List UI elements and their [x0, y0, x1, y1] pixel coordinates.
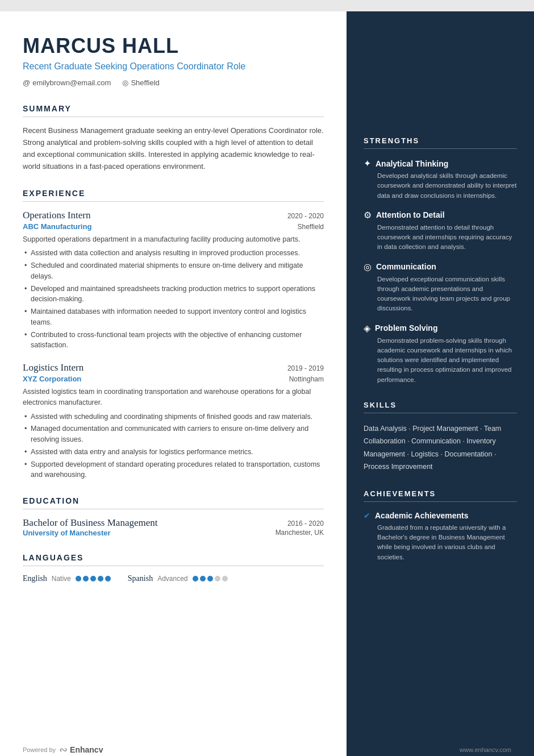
edu-degree: Bachelor of Business Management — [23, 517, 157, 529]
right-column: STRENGTHS ✦ Analytical Thinking Develope… — [347, 11, 534, 756]
strength-3: ◎ Communication Developed exceptional co… — [364, 261, 517, 314]
strengths-title: STRENGTHS — [364, 136, 517, 149]
strength-4-title: Problem Solving — [375, 323, 437, 333]
job-2-header: Logistics Intern 2019 - 2019 — [23, 362, 324, 373]
edu-dates: 2016 - 2020 — [287, 520, 324, 527]
resume-page: MARCUS HALL Recent Graduate Seeking Oper… — [0, 11, 534, 756]
strength-3-title: Communication — [376, 262, 436, 271]
job-1-bullet-4: Maintained databases with information ne… — [23, 306, 324, 328]
analytical-icon: ✦ — [364, 158, 371, 169]
job-2: Logistics Intern 2019 - 2019 XYZ Corpora… — [23, 362, 324, 480]
edu-header: Bachelor of Business Management 2016 - 2… — [23, 517, 324, 529]
job-1-bullet-5: Contributed to cross-functional team pro… — [23, 330, 324, 351]
logo-icon: ∾ — [59, 743, 68, 756]
skills-title: SKILLS — [364, 401, 517, 413]
experience-title: EXPERIENCE — [23, 189, 324, 202]
footer-website: www.enhancv.com — [460, 746, 511, 753]
job-1-header: Operations Intern 2020 - 2020 — [23, 210, 324, 221]
job-2-desc: Assisted logistics team in coordinating … — [23, 387, 324, 408]
summary-title: SUMMARY — [23, 104, 324, 117]
achievement-1: ✔ Academic Achievements Graduated from a… — [364, 511, 517, 562]
experience-section: EXPERIENCE Operations Intern 2020 - 2020… — [23, 189, 324, 481]
strength-4: ◈ Problem Solving Demonstrated problem-s… — [364, 323, 517, 385]
powered-by-text: Powered by — [23, 746, 56, 753]
dot-s-5 — [222, 576, 228, 581]
achievement-1-title-row: ✔ Academic Achievements — [364, 511, 517, 521]
job-2-bullets: Assisted with scheduling and coordinatin… — [23, 412, 324, 481]
strength-1-title: Analytical Thinking — [376, 159, 448, 168]
email-contact: @ emilybrown@email.com — [23, 78, 111, 87]
lang-spanish-level: Advanced — [157, 575, 187, 583]
strength-4-title-row: ◈ Problem Solving — [364, 323, 517, 334]
dot-4 — [98, 576, 103, 581]
left-column: MARCUS HALL Recent Graduate Seeking Oper… — [0, 11, 347, 756]
job-2-location: Nottingham — [289, 375, 324, 383]
lang-spanish-dots — [193, 576, 228, 581]
dot-5 — [105, 576, 111, 581]
achievement-1-title: Academic Achievements — [375, 511, 468, 520]
job-1-company-row: ABC Manufacturing Sheffield — [23, 222, 324, 231]
lang-spanish-name: Spanish — [128, 574, 153, 583]
job-2-bullet-3: Assisted with data entry and analysis fo… — [23, 447, 324, 458]
achievement-check-icon: ✔ — [364, 511, 370, 521]
strength-2: ⚙ Attention to Detail Demonstrated atten… — [364, 210, 517, 252]
location-value: Sheffield — [131, 78, 159, 87]
job-2-bullet-2: Managed documentation and communicated w… — [23, 423, 324, 445]
dot-1 — [76, 576, 81, 581]
job-1-bullet-2: Scheduled and coordinated material shipm… — [23, 260, 324, 282]
education-section: EDUCATION Bachelor of Business Managemen… — [23, 496, 324, 537]
dot-3 — [90, 576, 96, 581]
candidate-name: MARCUS HALL — [23, 34, 324, 58]
skills-list: Data Analysis · Project Management · Tea… — [364, 422, 517, 473]
footer: Powered by ∾ Enhancv www.enhancv.com — [23, 743, 511, 756]
dot-s-4 — [215, 576, 220, 581]
job-2-company-row: XYZ Corporation Nottingham — [23, 375, 324, 383]
edu-school-row: University of Manchester Manchester, UK — [23, 529, 324, 537]
languages-row: English Native Spanish Advanced — [23, 574, 324, 583]
job-1-title: Operations Intern — [23, 210, 90, 221]
problem-solving-icon: ◈ — [364, 323, 370, 334]
strength-4-desc: Demonstrated problem-solving skills thro… — [364, 336, 517, 385]
footer-left: Powered by ∾ Enhancv — [23, 743, 103, 756]
achievements-section: ACHIEVEMENTS ✔ Academic Achievements Gra… — [364, 489, 517, 562]
job-1-dates: 2020 - 2020 — [287, 212, 324, 220]
logo-name: Enhancv — [70, 745, 103, 754]
job-1-desc: Supported operations department in a man… — [23, 234, 324, 245]
lang-spanish: Spanish Advanced — [128, 574, 228, 583]
location-icon: ◎ — [122, 78, 128, 87]
job-1: Operations Intern 2020 - 2020 ABC Manufa… — [23, 210, 324, 351]
job-1-bullet-1: Assisted with data collection and analys… — [23, 248, 324, 259]
job-2-bullet-1: Assisted with scheduling and coordinatin… — [23, 412, 324, 422]
location-contact: ◎ Sheffield — [122, 78, 159, 87]
lang-english: English Native — [23, 574, 111, 583]
summary-text: Recent Business Management graduate seek… — [23, 125, 324, 172]
communication-icon: ◎ — [364, 261, 372, 272]
email-icon: @ — [23, 78, 30, 87]
strength-1-title-row: ✦ Analytical Thinking — [364, 158, 517, 169]
strength-1-desc: Developed analytical skills through acad… — [364, 171, 517, 201]
job-1-company: ABC Manufacturing — [23, 222, 91, 231]
achievement-1-desc: Graduated from a reputable university wi… — [364, 523, 517, 562]
job-1-bullet-3: Developed and maintained spreadsheets tr… — [23, 284, 324, 305]
languages-section: LANGUAGES English Native Spanis — [23, 553, 324, 583]
lang-english-dots — [76, 576, 111, 581]
strength-2-title-row: ⚙ Attention to Detail — [364, 210, 517, 221]
job-1-location: Sheffield — [298, 223, 324, 231]
job-2-bullet-4: Supported development of standard operat… — [23, 459, 324, 481]
job-2-dates: 2019 - 2019 — [287, 364, 324, 372]
job-1-bullets: Assisted with data collection and analys… — [23, 248, 324, 351]
strength-3-title-row: ◎ Communication — [364, 261, 517, 272]
lang-english-name: English — [23, 574, 47, 583]
job-2-title: Logistics Intern — [23, 362, 84, 373]
edu-location: Manchester, UK — [276, 529, 324, 537]
strength-3-desc: Developed exceptional communication skil… — [364, 275, 517, 314]
education-title: EDUCATION — [23, 496, 324, 509]
dot-s-1 — [193, 576, 198, 581]
enhancv-logo: ∾ Enhancv — [59, 743, 103, 756]
detail-icon: ⚙ — [364, 210, 372, 221]
achievements-title: ACHIEVEMENTS — [364, 489, 517, 502]
summary-section: SUMMARY Recent Business Management gradu… — [23, 104, 324, 172]
edu-school: University of Manchester — [23, 529, 111, 537]
strength-2-desc: Demonstrated attention to detail through… — [364, 223, 517, 252]
dot-s-2 — [200, 576, 206, 581]
